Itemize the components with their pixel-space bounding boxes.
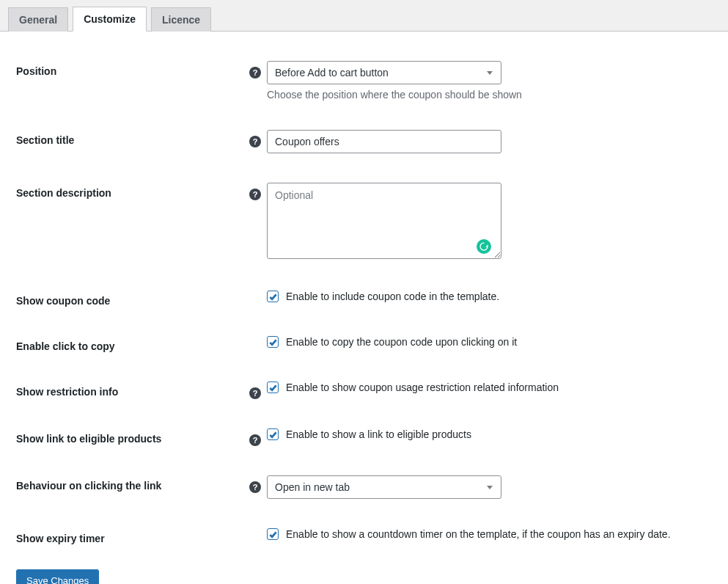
desc-show-coupon-code: Enable to include coupon code in the tem… <box>286 291 499 302</box>
row-link-eligible: Show link to eligible products ? Enable … <box>16 414 712 461</box>
desc-restriction-info: Enable to show coupon usage restriction … <box>286 382 559 393</box>
label-behaviour-link: Behaviour on clicking the link <box>16 475 249 492</box>
content-panel: Position ? Before Add to cart button Cho… <box>0 32 728 584</box>
select-wrap-position: Before Add to cart button <box>267 61 501 84</box>
label-link-eligible: Show link to eligible products <box>16 428 249 445</box>
row-show-coupon-code: Show coupon code Enable to include coupo… <box>16 276 712 321</box>
help-icon[interactable]: ? <box>249 434 261 446</box>
help-col: ? <box>249 61 267 79</box>
label-restriction-info: Show restriction info <box>16 382 249 398</box>
help-col-empty <box>249 336 267 342</box>
tab-bar: General Customize Licence <box>0 0 728 32</box>
checkbox-row: Enable to include coupon code in the tem… <box>267 291 712 302</box>
textarea-section-description[interactable] <box>267 183 501 259</box>
help-col-empty <box>249 528 267 534</box>
label-section-title: Section title <box>16 130 249 146</box>
tab-licence[interactable]: Licence <box>151 7 211 32</box>
label-position: Position <box>16 61 249 77</box>
help-icon[interactable]: ? <box>249 387 261 399</box>
field-restriction-info: Enable to show coupon usage restriction … <box>267 382 712 393</box>
help-icon[interactable]: ? <box>249 481 261 493</box>
help-col: ? <box>249 428 267 446</box>
help-col: ? <box>249 475 267 493</box>
desc-expiry-timer: Enable to show a countdown timer on the … <box>286 528 671 540</box>
field-click-to-copy: Enable to copy the coupon code upon clic… <box>267 336 712 348</box>
label-expiry-timer: Show expiry timer <box>16 528 249 544</box>
desc-position: Choose the position where the coupon sho… <box>267 89 712 101</box>
row-restriction-info: Show restriction info ? Enable to show c… <box>16 367 712 414</box>
row-section-description: Section description ? <box>16 168 712 276</box>
label-click-to-copy: Enable click to copy <box>16 336 249 352</box>
field-show-coupon-code: Enable to include coupon code in the tem… <box>267 291 712 302</box>
help-icon[interactable]: ? <box>249 136 261 147</box>
checkbox-row: Enable to show a countdown timer on the … <box>267 528 712 540</box>
field-link-eligible: Enable to show a link to eligible produc… <box>267 428 712 440</box>
select-position[interactable]: Before Add to cart button <box>267 61 501 84</box>
desc-link-eligible: Enable to show a link to eligible produc… <box>286 428 471 440</box>
save-row: Save Changes <box>16 559 712 584</box>
row-behaviour-link: Behaviour on clicking the link ? Open in… <box>16 461 712 514</box>
checkbox-expiry-timer[interactable] <box>267 528 279 540</box>
textarea-wrap <box>267 183 501 261</box>
checkbox-show-coupon-code[interactable] <box>267 291 279 302</box>
checkbox-row: Enable to show coupon usage restriction … <box>267 382 712 393</box>
checkbox-link-eligible[interactable] <box>267 428 279 440</box>
checkbox-row: Enable to copy the coupon code upon clic… <box>267 336 712 348</box>
help-col-empty <box>249 291 267 296</box>
desc-click-to-copy: Enable to copy the coupon code upon clic… <box>286 336 517 348</box>
row-click-to-copy: Enable click to copy Enable to copy the … <box>16 321 712 367</box>
field-section-description <box>267 183 712 261</box>
grammarly-icon[interactable] <box>477 239 491 254</box>
row-section-title: Section title ? <box>16 115 712 168</box>
row-position: Position ? Before Add to cart button Cho… <box>16 46 712 115</box>
input-section-title[interactable] <box>267 130 501 153</box>
select-wrap-behaviour: Open in new tab <box>267 475 501 499</box>
select-behaviour-link[interactable]: Open in new tab <box>267 475 501 499</box>
label-section-description: Section description <box>16 183 249 199</box>
field-behaviour-link: Open in new tab <box>267 475 712 499</box>
save-button[interactable]: Save Changes <box>16 569 99 584</box>
help-col: ? <box>249 130 267 147</box>
help-icon[interactable]: ? <box>249 189 261 200</box>
tab-customize[interactable]: Customize <box>73 7 147 32</box>
checkbox-click-to-copy[interactable] <box>267 336 279 348</box>
help-col: ? <box>249 183 267 200</box>
help-col: ? <box>249 382 267 399</box>
label-show-coupon-code: Show coupon code <box>16 291 249 307</box>
field-section-title <box>267 130 712 153</box>
field-position: Before Add to cart button Choose the pos… <box>267 61 712 101</box>
help-icon[interactable]: ? <box>249 67 261 79</box>
field-expiry-timer: Enable to show a countdown timer on the … <box>267 528 712 540</box>
tab-general[interactable]: General <box>8 7 68 32</box>
row-expiry-timer: Show expiry timer Enable to show a count… <box>16 514 712 559</box>
checkbox-restriction-info[interactable] <box>267 382 279 393</box>
checkbox-row: Enable to show a link to eligible produc… <box>267 428 712 440</box>
